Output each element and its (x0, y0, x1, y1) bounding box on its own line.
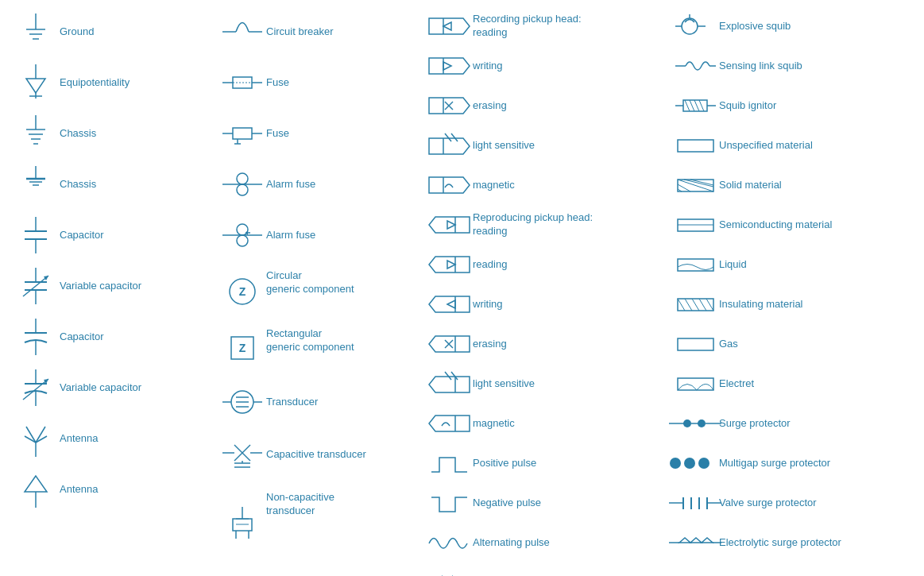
symbol-squib-ignitor (671, 92, 719, 120)
svg-line-152 (699, 299, 706, 311)
item-capacitor1: Capacitor (12, 215, 211, 255)
svg-marker-90 (429, 18, 470, 34)
label-chassis1: Chassis (60, 127, 211, 141)
item-solid-material: Solid material (671, 171, 924, 199)
label-capacitor1: Capacitor (60, 229, 211, 242)
item-positive-pulse: Positive pulse (425, 449, 663, 477)
label-chassis2: Chassis (60, 178, 211, 191)
symbol-alarm-fuse1 (218, 164, 266, 204)
item-rec-writing: writing (425, 52, 663, 80)
label-fuse2: Fuse (266, 127, 417, 141)
symbol-rec-reading (425, 14, 473, 38)
item-rec-head: Recording pickup head:reading (425, 12, 663, 41)
label-rec-light: light sensitive (473, 139, 663, 153)
item-antenna1: Antenna (12, 419, 211, 458)
svg-point-62 (237, 235, 248, 246)
item-negative-pulse: Negative pulse (425, 489, 663, 517)
label-semiconducting-material: Semiconducting material (719, 218, 924, 232)
item-non-capacitive-transducer: Non-capacitivetransducer (218, 488, 417, 543)
item-fuse2: Fuse (218, 114, 417, 153)
svg-point-163 (698, 458, 709, 469)
label-valve-surge: Valve surge protector (719, 497, 924, 510)
svg-line-134 (690, 100, 694, 111)
item-alarm-fuse2: Alarm fuse (218, 215, 417, 255)
label-sensing-link-squib: Sensing link squib (719, 60, 924, 73)
item-chassis1: Chassis (12, 114, 211, 153)
item-antenna2: Antenna (12, 470, 211, 509)
item-rec-magnetic: magnetic (425, 171, 663, 199)
symbol-valve-surge (671, 493, 719, 513)
symbol-explosive-squib (671, 13, 719, 41)
label-surge-protector: Surge protector (719, 417, 924, 431)
symbol-surge-protector (671, 414, 719, 434)
symbol-sensing-link-squib (671, 54, 719, 78)
label-unspecified-material: Unspecified material (719, 139, 924, 153)
symbol-rec-magnetic (425, 173, 473, 197)
label-circuit-breaker: Circuit breaker (266, 25, 417, 39)
symbol-electrolytic-surge (671, 533, 719, 553)
item-gas: Gas (671, 330, 924, 358)
item-rep-light: light sensitive (425, 369, 663, 398)
item-unspecified-material: Unspecified material (671, 131, 924, 160)
svg-marker-106 (429, 217, 470, 233)
symbol-circuit-breaker (218, 12, 266, 52)
column-1: Ground Equipotentiality (8, 8, 215, 576)
label-fuse1: Fuse (266, 76, 417, 90)
symbol-capacitor2 (12, 317, 60, 357)
svg-point-161 (670, 458, 681, 469)
label-negative-pulse: Negative pulse (473, 497, 663, 510)
symbol-circular-generic: Z (218, 269, 266, 313)
svg-marker-41 (25, 476, 47, 492)
symbol-unspecified-material (671, 136, 719, 156)
item-saw-tooth: Saw tooth signal (425, 568, 663, 576)
symbol-positive-pulse (425, 450, 473, 477)
symbol-rep-erasing (425, 332, 473, 356)
svg-marker-108 (447, 221, 455, 229)
symbol-ground (12, 12, 60, 52)
svg-point-125 (682, 18, 698, 34)
svg-marker-171 (679, 538, 690, 543)
symbol-variable-capacitor2 (12, 368, 60, 408)
label-explosive-squib: Explosive squib (719, 20, 924, 33)
item-rep-writing: writing (425, 290, 663, 319)
column-3: Recording pickup head:reading writing (421, 8, 667, 576)
item-variable-capacitor1: Variable capacitor (12, 266, 211, 306)
label-capacitive-transducer: Capacitive transducer (266, 448, 417, 462)
label-rep-light: light sensitive (473, 377, 663, 391)
label-solid-material: Solid material (719, 179, 924, 192)
symbol-alarm-fuse2 (218, 215, 266, 255)
item-valve-surge: Valve surge protector (671, 489, 924, 517)
label-electrolytic-surge: Electrolytic surge protector (719, 536, 924, 550)
svg-rect-50 (233, 128, 252, 139)
label-gas: Gas (719, 338, 924, 351)
label-insulating-material: Insulating material (719, 298, 924, 311)
label-equipotentiality: Equipotentiality (60, 76, 211, 90)
svg-line-151 (692, 299, 699, 311)
item-rec-erasing: erasing (425, 91, 663, 120)
svg-line-136 (699, 100, 704, 111)
symbol-multigap-surge (671, 454, 719, 474)
svg-point-56 (237, 184, 248, 195)
svg-marker-109 (429, 257, 470, 273)
item-electrolytic-surge: Electrolytic surge protector (671, 528, 924, 557)
item-chassis2: Chassis (12, 164, 211, 204)
item-rep-erasing: erasing (425, 330, 663, 358)
symbol-rep-magnetic (425, 412, 473, 435)
symbol-rep-writing (425, 292, 473, 316)
item-sensing-link-squib: Sensing link squib (671, 52, 924, 80)
item-multigap-surge: Multigap surge protector (671, 449, 924, 477)
label-rep-erasing: erasing (473, 338, 663, 351)
symbol-rep-light (425, 370, 473, 398)
svg-point-55 (237, 173, 248, 184)
svg-marker-172 (690, 538, 702, 543)
symbol-capacitive-transducer (218, 433, 266, 477)
label-rep-reading2: reading (473, 258, 663, 272)
svg-line-103 (451, 133, 458, 141)
symbol-rep-reading (425, 213, 473, 237)
item-circuit-breaker: Circuit breaker (218, 12, 417, 52)
label-alarm-fuse1: Alarm fuse (266, 178, 417, 191)
label-rep-magnetic: magnetic (473, 417, 663, 431)
label-positive-pulse: Positive pulse (473, 457, 663, 470)
symbol-antenna1 (12, 419, 60, 458)
item-rep-reading2: reading (425, 250, 663, 279)
